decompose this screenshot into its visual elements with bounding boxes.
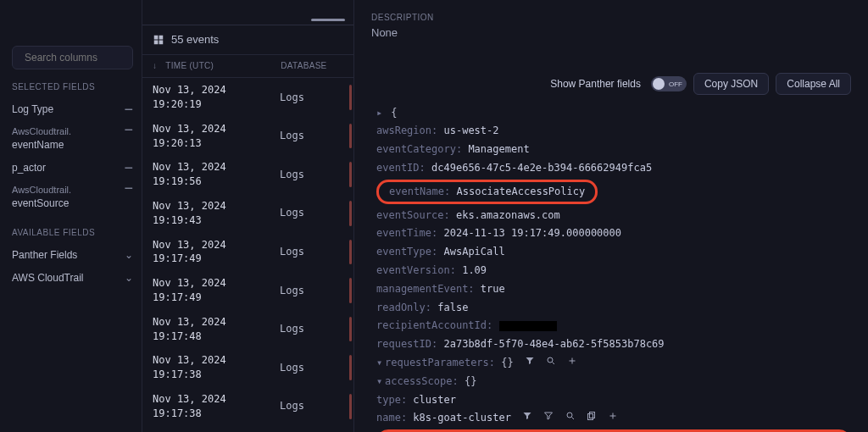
- table-row[interactable]: Nov 13, 2024 19:17:49Logs: [142, 271, 353, 310]
- plus-icon: [608, 411, 618, 421]
- table-row[interactable]: Nov 13, 2024 19:20:13Logs: [142, 117, 353, 156]
- expand-icon[interactable]: ▸: [376, 106, 385, 120]
- available-fields-header: AVAILABLE FIELDS: [12, 227, 133, 239]
- copy-icon: [587, 411, 597, 421]
- table-row[interactable]: Nov 13, 2024 19:17:38Logs: [142, 387, 353, 426]
- description-value: None: [371, 25, 851, 41]
- events-icon: [153, 34, 164, 46]
- description-label: DESCRIPTION: [371, 12, 851, 24]
- redacted-account-id: [499, 321, 557, 331]
- selected-field[interactable]: AwsCloudtrail.−eventName: [12, 121, 133, 157]
- plus-icon: [567, 356, 577, 366]
- svg-rect-3: [587, 414, 593, 420]
- table-row[interactable]: Nov 13, 2024 19:19:56Logs: [142, 155, 353, 194]
- table-row[interactable]: Nov 13, 2024 19:17:48Logs: [142, 310, 353, 349]
- selected-field[interactable]: p_actor−: [12, 157, 133, 180]
- svg-point-0: [548, 357, 553, 363]
- highlight-eventname: eventName: AssociateAccessPolicy: [376, 180, 598, 204]
- col-database[interactable]: DATABASE: [281, 60, 326, 72]
- top-bar: [142, 0, 353, 25]
- table-row[interactable]: Nov 13, 2024 19:19:43Logs: [142, 194, 353, 233]
- table-row[interactable]: Nov 13, 2024 19:17:38Logs: [142, 348, 353, 387]
- sort-icon[interactable]: ↓: [153, 60, 157, 72]
- panther-toggle[interactable]: OFF: [651, 76, 687, 91]
- filter-icon: [525, 356, 535, 366]
- available-field[interactable]: AWS CloudTrail⌄: [12, 267, 133, 290]
- selected-field[interactable]: AwsCloudtrail.−eventSource: [12, 180, 133, 215]
- filter-out-icon: [543, 411, 554, 421]
- copy-json-button[interactable]: Copy JSON: [693, 73, 769, 95]
- filter-icon: [522, 411, 532, 421]
- table-row[interactable]: Nov 13, 2024 19:17:37Logs: [142, 426, 353, 432]
- col-time[interactable]: TIME (UTC): [165, 60, 275, 72]
- search-input[interactable]: [12, 46, 133, 69]
- svg-point-1: [567, 413, 572, 418]
- table-row[interactable]: Nov 13, 2024 19:17:49Logs: [142, 233, 353, 272]
- table-row[interactable]: Nov 13, 2024 19:20:19Logs: [142, 78, 353, 117]
- search-icon: [546, 356, 556, 366]
- expand-icon[interactable]: ▾: [376, 356, 385, 370]
- selected-fields-header: SELECTED FIELDS: [12, 81, 133, 93]
- events-count: 55 events: [171, 32, 219, 47]
- selected-field[interactable]: Log Type−: [12, 98, 133, 121]
- panther-toggle-label: Show Panther fields: [550, 77, 641, 91]
- expand-icon[interactable]: ▾: [376, 374, 385, 389]
- available-field[interactable]: Panther Fields⌄: [12, 244, 133, 267]
- collapse-all-button[interactable]: Collapse All: [776, 73, 851, 95]
- svg-rect-2: [589, 413, 594, 418]
- search-icon: [565, 411, 576, 421]
